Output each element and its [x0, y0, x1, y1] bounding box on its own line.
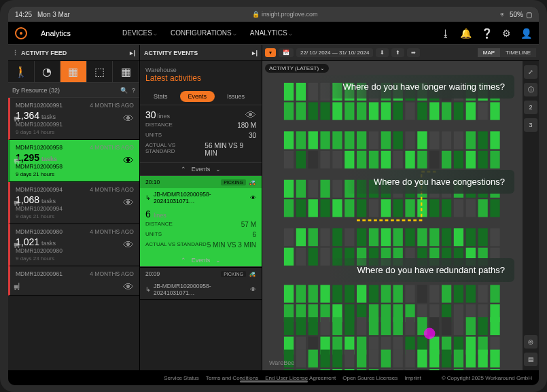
grip-icon[interactable]: ⋮ [12, 50, 18, 56]
download-icon[interactable]: ⭳ [441, 28, 451, 39]
number-2-button[interactable]: 2 [524, 101, 537, 114]
bell-icon[interactable]: 🔔 [460, 28, 472, 39]
collapse-icon[interactable]: ▸| [130, 50, 135, 56]
resource-filter[interactable]: By Resource (32) 🔍 ? [8, 83, 139, 98]
svg-rect-260 [429, 350, 439, 368]
svg-rect-96 [308, 180, 318, 198]
svg-rect-82 [442, 131, 451, 149]
view-mode-box[interactable]: ⬚ [87, 61, 113, 82]
footer-link[interactable]: Service Status [164, 375, 199, 381]
event-card[interactable]: 20:10PICKING🚜 ↳JB-MDMR102000958-20241031… [140, 176, 262, 268]
eye-icon[interactable]: 👁 [250, 286, 256, 293]
search-icon[interactable]: 🔍 [120, 87, 128, 94]
user-icon[interactable]: 👤 [520, 28, 532, 39]
callout-congestion: Where do you have congestions? [347, 170, 514, 194]
feed-item[interactable]: MDMR1020009614 MONTHS AGO 👁 [8, 266, 139, 296]
view-mode-grid[interactable]: ▦ [113, 61, 139, 82]
collapse-icon[interactable]: ▸| [252, 50, 258, 56]
svg-rect-245 [332, 369, 342, 370]
event-card[interactable]: 20:09PICKING🚜 ↳JB-MDMR102000958-20241031… [140, 268, 262, 300]
tab-stats[interactable]: Stats [145, 91, 176, 102]
nav-devices[interactable]: DEVICES⌵ [122, 24, 157, 42]
feed-item[interactable]: MDMR1020009584 MONTHS AGO 1,295tasks MDM… [8, 140, 139, 182]
event-cards-list: 20:10PICKING🚜 ↳JB-MDMR102000958-20241031… [140, 176, 262, 300]
svg-rect-127 [490, 199, 499, 217]
forklift-icon: 🚜 [249, 179, 256, 185]
map-toolbar: ▾ 📅 22/ 10/ 2024 — 31/ 10/ 2024 ⬇ ⬆ ➡ MA… [262, 45, 539, 61]
tab-issues[interactable]: Issues [219, 91, 253, 102]
view-mode-active[interactable]: ▦ [60, 61, 87, 82]
map-chip[interactable]: ACTIVITY (LATEST) ⌄ [265, 64, 329, 73]
svg-rect-29 [332, 102, 342, 120]
activity-events-panel: ACTIVITY EVENTS ▸| Warehouse Latest acti… [140, 45, 262, 370]
feed-item-sub: MDMR102000958 [16, 163, 134, 170]
svg-rect-270 [490, 350, 499, 368]
units-label: UNITS [145, 132, 162, 139]
number-3-button[interactable]: 3 [524, 118, 537, 132]
warehouse-map[interactable]: ACTIVITY (LATEST) ⌄ WareBee Where do you… [262, 61, 539, 370]
svg-rect-84 [454, 131, 463, 149]
footer-link[interactable]: Open Source Licenses [342, 375, 398, 381]
svg-rect-226 [442, 317, 451, 335]
nav-configurations[interactable]: CONFIGURATIONS⌵ [171, 24, 236, 42]
svg-rect-7 [18, 156, 19, 162]
eye-icon[interactable]: 👁 [123, 155, 134, 167]
svg-rect-168 [308, 285, 318, 302]
proglove-logo[interactable] [15, 27, 27, 39]
chevron-down-icon: ⌵ [154, 31, 157, 37]
footer-link[interactable]: Imprint [404, 375, 421, 381]
svg-rect-248 [357, 350, 366, 368]
svg-rect-232 [478, 317, 488, 335]
view-mode-gauge[interactable]: ◔ [35, 61, 61, 82]
eye-icon[interactable]: 👁 [123, 239, 134, 251]
feed-item-ago: 4 MONTHS AGO [90, 228, 134, 235]
svg-point-9 [14, 204, 16, 206]
nav-down-icon[interactable]: ⬇ [376, 48, 389, 57]
eye-icon[interactable]: 👁 [123, 281, 134, 293]
layers-icon[interactable]: ▤ [524, 353, 537, 366]
gear-icon[interactable]: ⚙ [502, 28, 511, 39]
arrow-icon: ↳ [145, 286, 151, 293]
eye-icon[interactable]: 👁 [250, 194, 256, 201]
nav-up-icon[interactable]: ⬆ [391, 48, 404, 57]
svg-rect-210 [345, 317, 354, 335]
svg-rect-261 [429, 369, 439, 370]
resource-filter-label: By Resource (32) [12, 87, 60, 94]
svg-rect-237 [284, 369, 294, 370]
help-icon[interactable]: ? [132, 87, 135, 94]
expand-icon[interactable]: ⤢ [524, 65, 537, 79]
toggle-timeline[interactable]: TIMELINE [500, 48, 536, 57]
feed-item[interactable]: MDMR1020009944 MONTHS AGO 1,068tasks MDM… [8, 182, 139, 224]
svg-rect-234 [490, 317, 499, 335]
filter-button[interactable]: ▾ [265, 48, 276, 57]
nav-analytics[interactable]: ANALYTICS⌵ [250, 24, 292, 42]
calendar-icon[interactable]: 📅 [279, 48, 294, 57]
eye-icon[interactable]: 👁 [123, 113, 134, 125]
svg-rect-216 [381, 317, 391, 335]
info-icon[interactable]: ⓘ [524, 83, 537, 96]
svg-rect-204 [308, 317, 318, 335]
date-range[interactable]: 22/ 10/ 2024 — 31/ 10/ 2024 [296, 48, 373, 57]
tab-events[interactable]: Events [180, 91, 215, 102]
eye-icon[interactable]: 👁 [123, 197, 134, 209]
toggle-map[interactable]: MAP [478, 48, 500, 57]
feed-item-ago: 4 MONTHS AGO [90, 144, 134, 151]
eye-icon[interactable]: 👁 [245, 109, 256, 122]
zoom-button[interactable]: ◎ [524, 335, 537, 349]
events-collapse-toggle[interactable]: ⌃ Events ⌄ [140, 163, 262, 176]
help-icon[interactable]: ❔ [481, 28, 493, 39]
svg-rect-33 [357, 102, 366, 120]
svg-rect-176 [357, 285, 366, 302]
feed-item[interactable]: MDMR1020009804 MONTHS AGO 1,021tasks MDM… [8, 224, 139, 266]
view-mode-walk[interactable]: 🚶 [8, 61, 35, 82]
feed-item[interactable]: MDMR1020009914 MONTHS AGO 1,364tasks MDM… [8, 98, 139, 140]
svg-rect-200 [284, 317, 294, 335]
svg-rect-241 [308, 369, 318, 370]
battery-icon: ▢ [526, 11, 532, 18]
svg-rect-257 [405, 369, 414, 370]
svg-rect-19 [18, 283, 19, 288]
svg-rect-83 [442, 151, 451, 168]
svg-rect-100 [332, 180, 342, 198]
nav-right-icon[interactable]: ➡ [407, 48, 420, 57]
svg-rect-271 [490, 369, 499, 370]
